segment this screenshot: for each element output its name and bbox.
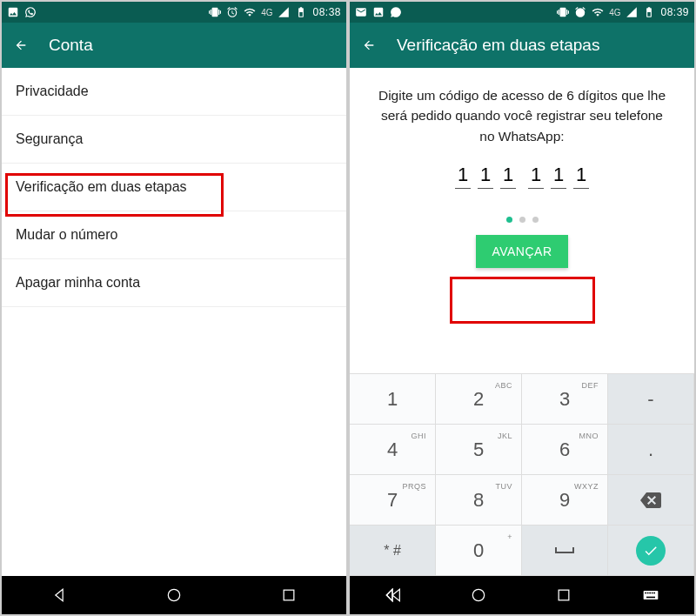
nav-bar bbox=[2, 576, 346, 614]
vibrate-icon bbox=[209, 6, 221, 18]
clock: 08:39 bbox=[660, 6, 689, 18]
whatsapp-icon bbox=[390, 6, 402, 18]
app-bar: Verificação em duas etapas bbox=[350, 23, 694, 68]
svg-rect-8 bbox=[652, 593, 653, 594]
pin-digit: 1 bbox=[455, 164, 471, 189]
back-arrow-icon[interactable] bbox=[362, 38, 376, 52]
left-phone: 4G 08:38 Conta Privacidade Segurança Ver… bbox=[2, 2, 346, 614]
instructions-text: Digite um código de acesso de 6 dígitos … bbox=[350, 68, 694, 155]
two-step-content: Digite um código de acesso de 6 dígitos … bbox=[350, 68, 694, 576]
menu-item-change-number[interactable]: Mudar o número bbox=[2, 211, 346, 259]
step-dot bbox=[519, 217, 525, 223]
signal-icon bbox=[626, 6, 638, 18]
status-bar: 4G 08:38 bbox=[2, 2, 346, 23]
page-title: Conta bbox=[49, 36, 93, 55]
space-icon bbox=[554, 546, 575, 556]
status-right: 4G 08:38 bbox=[209, 6, 341, 18]
svg-rect-6 bbox=[647, 593, 649, 594]
svg-rect-3 bbox=[559, 590, 569, 600]
pin-digit: 1 bbox=[528, 164, 544, 189]
step-dot-active bbox=[506, 217, 512, 223]
key-3[interactable]: 3DEF bbox=[522, 374, 608, 425]
pin-digit: 1 bbox=[478, 164, 493, 189]
check-icon bbox=[643, 543, 659, 559]
battery-icon bbox=[295, 6, 307, 18]
key-5[interactable]: 5JKL bbox=[436, 425, 522, 475]
nav-bar bbox=[350, 576, 694, 614]
key-4[interactable]: 4GHI bbox=[350, 425, 436, 475]
pin-digit: 1 bbox=[500, 164, 516, 189]
key-space[interactable] bbox=[522, 526, 608, 576]
key-star-hash[interactable]: * # bbox=[350, 526, 436, 576]
pin-digit: 1 bbox=[551, 164, 566, 189]
step-dot bbox=[532, 217, 539, 223]
key-2[interactable]: 2ABC bbox=[436, 374, 522, 425]
image-icon bbox=[7, 6, 19, 18]
right-phone: 4G 08:39 Verificação em duas etapas Digi… bbox=[350, 2, 694, 614]
alarm-icon bbox=[226, 6, 238, 18]
back-arrow-icon[interactable] bbox=[14, 38, 28, 52]
step-dots bbox=[350, 217, 694, 223]
battery-icon bbox=[643, 6, 655, 18]
key-backspace[interactable] bbox=[608, 475, 694, 526]
clock: 08:38 bbox=[312, 6, 341, 18]
svg-rect-10 bbox=[646, 597, 655, 599]
key-0[interactable]: 0+ bbox=[436, 526, 522, 576]
whatsapp-icon bbox=[24, 6, 37, 18]
network-label: 4G bbox=[609, 8, 620, 17]
advance-button[interactable]: AVANÇAR bbox=[476, 235, 567, 268]
key-dash[interactable]: - bbox=[608, 374, 694, 425]
key-8[interactable]: 8TUV bbox=[436, 475, 522, 526]
nav-recent-icon[interactable] bbox=[280, 586, 298, 604]
svg-rect-7 bbox=[649, 593, 651, 594]
key-9[interactable]: 9WXYZ bbox=[522, 475, 608, 526]
gmail-icon bbox=[355, 6, 367, 18]
svg-point-0 bbox=[168, 589, 179, 600]
key-6[interactable]: 6MNO bbox=[522, 425, 608, 475]
nav-back-icon[interactable] bbox=[50, 586, 68, 604]
menu-item-security[interactable]: Segurança bbox=[2, 116, 346, 164]
account-menu: Privacidade Segurança Verificação em dua… bbox=[2, 68, 346, 576]
status-left bbox=[7, 6, 37, 18]
network-label: 4G bbox=[261, 8, 272, 17]
nav-home-icon[interactable] bbox=[470, 586, 487, 604]
app-bar: Conta bbox=[2, 23, 346, 68]
svg-rect-1 bbox=[284, 590, 294, 600]
nav-home-icon[interactable] bbox=[165, 586, 183, 604]
key-1[interactable]: 1 bbox=[350, 374, 436, 425]
pin-input[interactable]: 1 1 1 1 1 1 bbox=[350, 164, 694, 189]
key-7[interactable]: 7PRQS bbox=[350, 475, 436, 526]
ok-circle-icon bbox=[636, 536, 666, 566]
numeric-keypad: 1 2ABC 3DEF - 4GHI 5JKL 6MNO . 7PRQS 8TU… bbox=[350, 373, 694, 576]
status-bar: 4G 08:39 bbox=[350, 2, 694, 23]
menu-item-privacy[interactable]: Privacidade bbox=[2, 68, 346, 116]
status-left bbox=[355, 6, 402, 18]
wifi-icon bbox=[244, 6, 256, 18]
menu-item-two-step[interactable]: Verificação em duas etapas bbox=[2, 164, 346, 211]
vibrate-icon bbox=[557, 6, 569, 18]
alarm-icon bbox=[574, 6, 586, 18]
wifi-icon bbox=[592, 6, 604, 18]
image-icon bbox=[372, 6, 385, 18]
status-right: 4G 08:39 bbox=[557, 6, 689, 18]
backspace-icon bbox=[639, 492, 662, 508]
page-title: Verificação em duas etapas bbox=[397, 36, 599, 55]
key-dot[interactable]: . bbox=[608, 425, 694, 475]
nav-keyboard-icon[interactable] bbox=[641, 586, 660, 604]
svg-rect-5 bbox=[645, 593, 646, 594]
nav-back-icon[interactable] bbox=[388, 586, 405, 604]
key-ok[interactable] bbox=[608, 526, 694, 576]
nav-recent-icon[interactable] bbox=[555, 586, 572, 604]
svg-rect-4 bbox=[643, 591, 658, 599]
menu-item-delete-account[interactable]: Apagar minha conta bbox=[2, 259, 346, 307]
svg-point-2 bbox=[472, 589, 484, 600]
signal-icon bbox=[278, 6, 290, 18]
pin-digit: 1 bbox=[573, 164, 589, 189]
svg-rect-9 bbox=[653, 593, 655, 594]
